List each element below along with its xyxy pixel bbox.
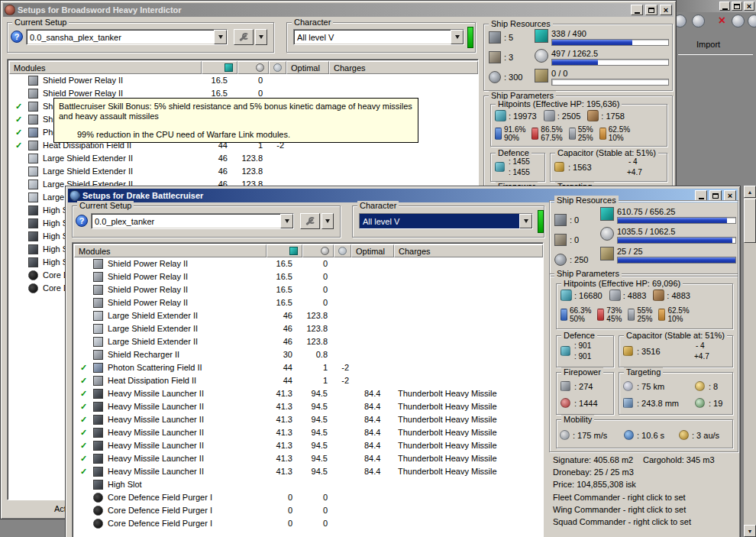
module-name: Heavy Missile Launcher II	[108, 439, 204, 452]
maximize-button[interactable]	[645, 5, 657, 15]
column-cpu[interactable]	[202, 61, 237, 74]
module-row[interactable]: ✓Heavy Missile Launcher II41.394.584.4Th…	[74, 426, 541, 439]
module-row[interactable]: Large Shield Extender II46123.8	[74, 309, 541, 322]
module-row[interactable]: Shield Power Relay II16.50	[74, 283, 541, 296]
module-row[interactable]: ✓Heavy Missile Launcher II41.394.584.4Th…	[74, 452, 541, 465]
module-row[interactable]: ✓Heavy Missile Launcher II41.394.584.4Th…	[74, 400, 541, 413]
large-shield-extender-icon	[28, 180, 38, 189]
current-setup-group: Current Setup ? 0.0_sansha_plex_tanker	[7, 22, 274, 53]
column-powergrid[interactable]	[237, 61, 269, 74]
setup-combo[interactable]: 0.0_plex_tanker	[91, 213, 294, 229]
module-name: Shield Recharger II	[108, 348, 179, 361]
module-row[interactable]: High Slot	[74, 478, 541, 491]
shield-resist: 73%	[606, 306, 622, 315]
maximize-button[interactable]	[709, 190, 722, 201]
modules-list-header[interactable]: Modules Optimal Charges	[74, 244, 541, 257]
powergrid-icon	[600, 227, 614, 241]
shield-power-relay-icon	[28, 76, 38, 86]
minimize-button[interactable]	[695, 190, 707, 201]
hp-item: : 19973	[495, 110, 537, 121]
character-combo[interactable]: All level V	[293, 29, 464, 45]
capacitor-drain: - 4	[628, 157, 638, 166]
help-icon[interactable]: ?	[11, 31, 23, 43]
delete-setup-icon[interactable]: ×	[716, 15, 729, 27]
combo-arrow-icon[interactable]	[214, 30, 227, 44]
capacitor-box: Capacitor (Stable at: 51%) : 3516 - 4 +4…	[619, 335, 733, 367]
close-button[interactable]: ×	[660, 5, 672, 15]
export-icon[interactable]	[748, 15, 756, 27]
combo-arrow-icon[interactable]	[519, 214, 532, 228]
setup-combo[interactable]: 0.0_sansha_plex_tanker	[26, 29, 228, 45]
module-row[interactable]: Large Shield Extender II46123.8	[74, 322, 541, 335]
skills-icon[interactable]	[692, 15, 705, 27]
armor-resist: 67.5%	[541, 134, 562, 142]
armor-hp-icon	[609, 290, 621, 301]
module-name: Large Shield Extender II	[108, 309, 198, 322]
module-row[interactable]: Large Shield Extender II46123.8	[9, 152, 477, 165]
calibration-icon	[489, 71, 501, 83]
main-maximize-button[interactable]	[732, 2, 742, 11]
module-charge: Thunderbolt Heavy Missile	[398, 400, 497, 413]
column-charges[interactable]: Charges	[394, 244, 543, 257]
main-close-button[interactable]: ×	[744, 2, 754, 11]
hp-value: : 19973	[509, 112, 537, 121]
module-row[interactable]: ✓Heat Dissipation Field II441-2	[74, 374, 541, 387]
scroll-down-button[interactable]: ▼	[744, 525, 756, 537]
ship-resources-panel: Ship Resources : 0: 0: 250 610.75 / 656.…	[549, 200, 738, 277]
module-row[interactable]: Large Shield Extender II46123.8	[9, 165, 477, 178]
close-button[interactable]: ×	[724, 190, 736, 201]
capacitor-label: Capacitor (Stable at: 51%)	[555, 148, 658, 157]
setup-tools-button[interactable]	[234, 29, 254, 45]
module-row[interactable]: Core Defence Field Purger I00	[74, 491, 541, 504]
combo-arrow-icon[interactable]	[451, 30, 464, 44]
armor-hp-icon	[544, 110, 555, 121]
module-charge: Thunderbolt Heavy Missile	[398, 452, 497, 465]
column-charges[interactable]: Charges	[329, 61, 478, 74]
module-row[interactable]: Shield Power Relay II16.50	[74, 257, 541, 270]
main-minimize-button[interactable]	[719, 2, 730, 11]
setup-tools-arrow[interactable]	[321, 213, 334, 229]
module-row[interactable]: ✓Photon Scattering Field II441-2	[74, 361, 541, 374]
main-scrollbar[interactable]: ▲ ▼	[744, 186, 756, 537]
module-row[interactable]: ✓Heavy Missile Launcher II41.394.584.4Th…	[74, 465, 541, 478]
character-combo[interactable]: All level V	[359, 213, 533, 229]
combo-arrow-icon[interactable]	[280, 214, 293, 228]
module-row[interactable]: Core Defence Field Purger I00	[74, 517, 541, 530]
column-capacitor[interactable]	[269, 61, 286, 74]
column-cpu[interactable]	[267, 244, 302, 257]
large-shield-extender-icon	[28, 192, 38, 202]
modules-list-header[interactable]: Modules Optimal Charges	[9, 61, 477, 74]
resource-bar	[551, 59, 669, 66]
module-row[interactable]: Large Shield Extender II46123.8	[74, 335, 541, 348]
module-row[interactable]: ✓Heavy Missile Launcher II41.394.584.4Th…	[74, 413, 541, 426]
scroll-thumb[interactable]	[744, 199, 756, 243]
help-icon[interactable]: ?	[76, 215, 88, 227]
squad-commander-setting[interactable]: Squad Commander - right click to set	[553, 517, 691, 526]
module-row[interactable]: Shield Recharger II300.8	[74, 348, 541, 361]
column-optimal[interactable]: Optimal	[286, 61, 329, 74]
module-row[interactable]: Shield Power Relay II16.50	[74, 270, 541, 283]
setup-tools-button[interactable]	[300, 213, 320, 229]
column-powergrid[interactable]	[302, 244, 334, 257]
module-row[interactable]: Core Defence Field Purger I00	[74, 504, 541, 517]
module-row[interactable]: ✓Heavy Missile Launcher II41.394.584.4Th…	[74, 439, 541, 452]
setup-tools-arrow[interactable]	[255, 29, 267, 45]
scroll-up-button[interactable]: ▲	[744, 186, 756, 198]
module-powergrid: 0	[282, 296, 328, 309]
wing-commander-setting[interactable]: Wing Commander - right click to set	[553, 505, 686, 514]
module-row[interactable]: ✓Heavy Missile Launcher II41.394.584.4Th…	[74, 387, 541, 400]
column-modules[interactable]: Modules	[9, 61, 202, 74]
em-resist-icon	[495, 128, 502, 140]
column-optimal[interactable]: Optimal	[351, 244, 394, 257]
fleet-commander-setting[interactable]: Fleet Commander - right click to set	[553, 493, 686, 502]
column-modules[interactable]: Modules	[74, 244, 267, 257]
module-optimal: 84.4	[364, 413, 380, 426]
import-icon[interactable]	[732, 15, 745, 27]
heavy-missile-launcher-icon	[93, 389, 103, 399]
module-row[interactable]: Shield Power Relay II16.50	[74, 296, 541, 309]
module-row[interactable]: Shield Power Relay II16.50	[9, 74, 477, 87]
volley-icon	[561, 381, 570, 391]
minimize-button[interactable]	[631, 5, 643, 15]
column-capacitor[interactable]	[334, 244, 351, 257]
broadsword-titlebar[interactable]: Setups for Broadsword Heavy Interdictor …	[3, 3, 674, 17]
